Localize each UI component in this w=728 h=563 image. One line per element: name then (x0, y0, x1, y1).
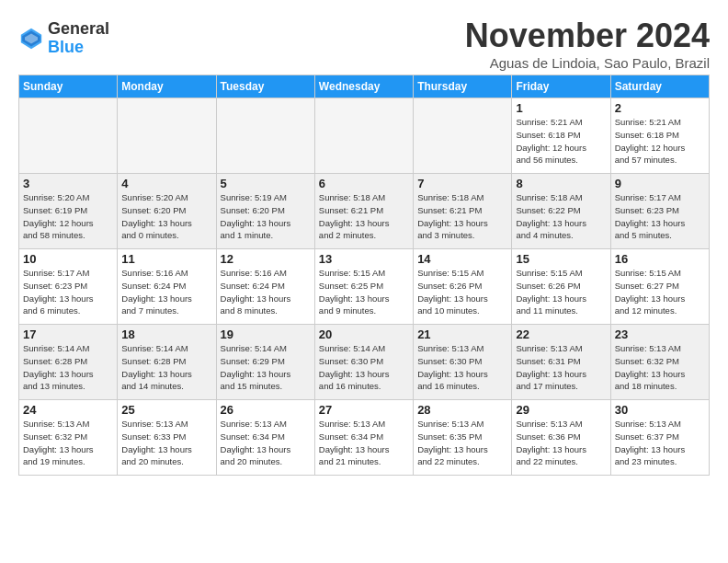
calendar-cell: 23Sunrise: 5:13 AM Sunset: 6:32 PM Dayli… (610, 325, 709, 400)
day-info: Sunrise: 5:13 AM Sunset: 6:32 PM Dayligh… (23, 418, 113, 468)
day-info: Sunrise: 5:16 AM Sunset: 6:24 PM Dayligh… (221, 267, 311, 317)
day-number: 28 (417, 403, 507, 417)
logo-icon (18, 26, 44, 52)
calendar-cell: 24Sunrise: 5:13 AM Sunset: 6:32 PM Dayli… (19, 400, 118, 476)
calendar-cell: 13Sunrise: 5:15 AM Sunset: 6:25 PM Dayli… (314, 249, 413, 325)
title-block: November 2024 Aguas de Lindoia, Sao Paul… (465, 17, 710, 71)
day-info: Sunrise: 5:21 AM Sunset: 6:18 PM Dayligh… (615, 116, 705, 167)
day-number: 26 (221, 403, 311, 417)
day-info: Sunrise: 5:14 AM Sunset: 6:30 PM Dayligh… (319, 342, 409, 393)
day-number: 2 (615, 101, 705, 115)
calendar-cell: 6Sunrise: 5:18 AM Sunset: 6:21 PM Daylig… (314, 174, 413, 249)
calendar-cell: 18Sunrise: 5:14 AM Sunset: 6:28 PM Dayli… (118, 325, 216, 400)
day-number: 13 (319, 252, 409, 266)
day-info: Sunrise: 5:14 AM Sunset: 6:28 PM Dayligh… (121, 342, 211, 393)
day-info: Sunrise: 5:21 AM Sunset: 6:18 PM Dayligh… (516, 116, 606, 167)
calendar-cell: 5Sunrise: 5:19 AM Sunset: 6:20 PM Daylig… (216, 174, 314, 249)
day-number: 3 (23, 177, 113, 190)
calendar-cell: 17Sunrise: 5:14 AM Sunset: 6:28 PM Dayli… (19, 325, 118, 400)
calendar-cell: 3Sunrise: 5:20 AM Sunset: 6:19 PM Daylig… (19, 174, 118, 249)
day-number: 6 (319, 177, 409, 190)
day-info: Sunrise: 5:13 AM Sunset: 6:35 PM Dayligh… (417, 418, 507, 468)
day-number: 4 (121, 177, 211, 190)
day-number: 30 (615, 403, 705, 417)
day-number: 22 (516, 327, 606, 341)
calendar-week-4: 17Sunrise: 5:14 AM Sunset: 6:28 PM Dayli… (19, 325, 710, 400)
day-number: 5 (221, 177, 311, 190)
day-number: 17 (23, 327, 113, 341)
day-info: Sunrise: 5:15 AM Sunset: 6:27 PM Dayligh… (615, 267, 705, 317)
calendar-cell: 21Sunrise: 5:13 AM Sunset: 6:30 PM Dayli… (414, 325, 512, 400)
day-info: Sunrise: 5:13 AM Sunset: 6:31 PM Dayligh… (516, 342, 606, 393)
weekday-header-row: SundayMondayTuesdayWednesdayThursdayFrid… (19, 75, 710, 98)
calendar-cell: 8Sunrise: 5:18 AM Sunset: 6:22 PM Daylig… (512, 174, 610, 249)
day-info: Sunrise: 5:13 AM Sunset: 6:33 PM Dayligh… (121, 418, 211, 468)
weekday-header-monday: Monday (118, 75, 216, 98)
page: General Blue November 2024 Aguas de Lind… (0, 0, 728, 485)
calendar-week-5: 24Sunrise: 5:13 AM Sunset: 6:32 PM Dayli… (19, 400, 710, 476)
day-number: 8 (516, 177, 606, 190)
day-info: Sunrise: 5:13 AM Sunset: 6:30 PM Dayligh… (417, 342, 507, 393)
day-number: 19 (221, 327, 311, 341)
day-number: 25 (121, 403, 211, 417)
logo-line2: Blue (48, 39, 109, 57)
calendar-cell: 16Sunrise: 5:15 AM Sunset: 6:27 PM Dayli… (610, 249, 709, 325)
day-number: 18 (121, 327, 211, 341)
day-number: 15 (516, 252, 606, 266)
day-number: 14 (417, 252, 507, 266)
day-number: 23 (615, 327, 705, 341)
calendar-cell: 28Sunrise: 5:13 AM Sunset: 6:35 PM Dayli… (414, 400, 512, 476)
calendar-cell: 22Sunrise: 5:13 AM Sunset: 6:31 PM Dayli… (512, 325, 610, 400)
day-info: Sunrise: 5:15 AM Sunset: 6:26 PM Dayligh… (516, 267, 606, 317)
calendar-cell: 12Sunrise: 5:16 AM Sunset: 6:24 PM Dayli… (216, 249, 314, 325)
day-number: 27 (319, 403, 409, 417)
day-number: 16 (615, 252, 705, 266)
day-number: 21 (417, 327, 507, 341)
calendar-cell: 9Sunrise: 5:17 AM Sunset: 6:23 PM Daylig… (610, 174, 709, 249)
day-number: 7 (417, 177, 507, 190)
day-number: 12 (221, 252, 311, 266)
day-info: Sunrise: 5:15 AM Sunset: 6:26 PM Dayligh… (417, 267, 507, 317)
location-title: Aguas de Lindoia, Sao Paulo, Brazil (465, 55, 710, 71)
calendar-cell (414, 98, 512, 174)
calendar-cell (216, 98, 314, 174)
day-info: Sunrise: 5:15 AM Sunset: 6:25 PM Dayligh… (319, 267, 409, 317)
logo: General Blue (18, 20, 109, 57)
calendar-cell: 20Sunrise: 5:14 AM Sunset: 6:30 PM Dayli… (314, 325, 413, 400)
day-number: 10 (23, 252, 113, 266)
weekday-header-tuesday: Tuesday (216, 75, 314, 98)
calendar-cell: 30Sunrise: 5:13 AM Sunset: 6:37 PM Dayli… (610, 400, 709, 476)
calendar-cell: 15Sunrise: 5:15 AM Sunset: 6:26 PM Dayli… (512, 249, 610, 325)
calendar-cell: 14Sunrise: 5:15 AM Sunset: 6:26 PM Dayli… (414, 249, 512, 325)
calendar-week-2: 3Sunrise: 5:20 AM Sunset: 6:19 PM Daylig… (19, 174, 710, 249)
calendar-week-3: 10Sunrise: 5:17 AM Sunset: 6:23 PM Dayli… (19, 249, 710, 325)
calendar-cell: 7Sunrise: 5:18 AM Sunset: 6:21 PM Daylig… (414, 174, 512, 249)
day-info: Sunrise: 5:18 AM Sunset: 6:21 PM Dayligh… (417, 191, 507, 242)
day-info: Sunrise: 5:13 AM Sunset: 6:34 PM Dayligh… (319, 418, 409, 468)
day-info: Sunrise: 5:16 AM Sunset: 6:24 PM Dayligh… (121, 267, 211, 317)
day-info: Sunrise: 5:17 AM Sunset: 6:23 PM Dayligh… (23, 267, 113, 317)
month-title: November 2024 (465, 17, 710, 55)
day-number: 24 (23, 403, 113, 417)
calendar-cell (314, 98, 413, 174)
day-info: Sunrise: 5:18 AM Sunset: 6:21 PM Dayligh… (319, 191, 409, 242)
calendar-cell: 19Sunrise: 5:14 AM Sunset: 6:29 PM Dayli… (216, 325, 314, 400)
day-number: 1 (516, 101, 606, 115)
day-info: Sunrise: 5:13 AM Sunset: 6:36 PM Dayligh… (516, 418, 606, 468)
calendar-table: SundayMondayTuesdayWednesdayThursdayFrid… (18, 75, 710, 476)
day-info: Sunrise: 5:20 AM Sunset: 6:20 PM Dayligh… (121, 191, 211, 242)
calendar-cell: 1Sunrise: 5:21 AM Sunset: 6:18 PM Daylig… (512, 98, 610, 174)
day-info: Sunrise: 5:13 AM Sunset: 6:34 PM Dayligh… (221, 418, 311, 468)
day-info: Sunrise: 5:14 AM Sunset: 6:29 PM Dayligh… (221, 342, 311, 393)
weekday-header-sunday: Sunday (19, 75, 118, 98)
calendar-cell: 27Sunrise: 5:13 AM Sunset: 6:34 PM Dayli… (314, 400, 413, 476)
day-info: Sunrise: 5:17 AM Sunset: 6:23 PM Dayligh… (615, 191, 705, 242)
day-info: Sunrise: 5:20 AM Sunset: 6:19 PM Dayligh… (23, 191, 113, 242)
calendar-cell: 4Sunrise: 5:20 AM Sunset: 6:20 PM Daylig… (118, 174, 216, 249)
day-number: 9 (615, 177, 705, 190)
day-number: 20 (319, 327, 409, 341)
weekday-header-saturday: Saturday (610, 75, 709, 98)
weekday-header-wednesday: Wednesday (314, 75, 413, 98)
calendar-cell (118, 98, 216, 174)
day-number: 11 (121, 252, 211, 266)
